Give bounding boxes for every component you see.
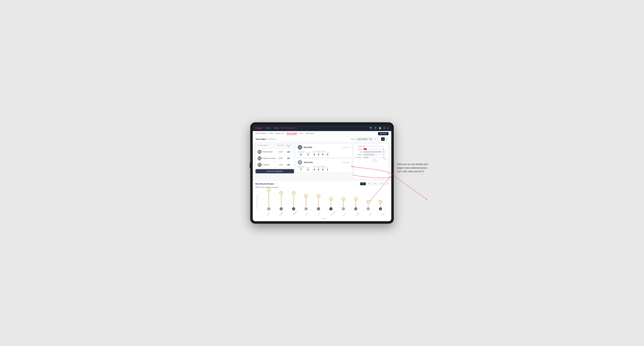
subnav-hcaps[interactable]: Hcaps 1-5 xyxy=(276,133,284,135)
streak-bubble: 3x xyxy=(379,200,382,204)
nav-teams[interactable]: Teams xyxy=(273,127,279,129)
search-icon[interactable]: 🔍 xyxy=(370,127,372,129)
settings-icon[interactable]: ⚙ xyxy=(383,127,385,129)
app-filter-button[interactable]: APP xyxy=(366,182,372,185)
add-team-button[interactable]: Add Team xyxy=(378,132,388,135)
nav-my-performance[interactable]: My Performance xyxy=(282,127,296,129)
card-view-button[interactable]: ◫ xyxy=(381,137,385,141)
streak-player-avatar: EC xyxy=(329,207,332,210)
bar-chart: Eagles 3 Birdies xyxy=(356,145,386,158)
bar-fill xyxy=(364,145,364,147)
rounds-label: Total Rounds xyxy=(298,151,310,152)
grid-view-button[interactable]: ⊞ xyxy=(374,137,377,141)
subnav-pga[interactable]: PGA xyxy=(269,133,273,135)
streaks-title: Best Round Streaks xyxy=(256,183,274,185)
practice-value: 2 xyxy=(306,168,310,171)
main-content: Team Clippd | 14 Players ✏ Show Last 3 m… xyxy=(253,136,391,221)
content-grid: PLAYER NAME PB SCORE PB AVG SQ RB 1 R xyxy=(253,142,391,180)
bar-container xyxy=(364,151,381,153)
sub-nav: PGAT Players PGA Hcaps 1-5 Team Clippd T… xyxy=(253,131,391,136)
tablet-screen: clippd Home Teams My Performance 🔍 👤 🔔 ⚙… xyxy=(253,125,391,221)
streak-bubble: 6x xyxy=(292,191,296,195)
player-card-josh-coles: JC Josh Coles 26 Aug 2023 Total Rounds T… xyxy=(296,159,352,173)
arg-filter-button[interactable]: ARG xyxy=(372,182,378,185)
player-name: Rees Britt xyxy=(304,147,312,148)
bar-chart-panel: Eagles 3 Birdies xyxy=(354,144,388,179)
subnav-tour[interactable]: Tour xyxy=(300,133,303,135)
practice-value: 4 xyxy=(306,153,310,156)
player-pb-score: 17/20 xyxy=(276,164,285,166)
bar-fill xyxy=(364,157,368,158)
time-filter-select[interactable]: Last 3 months Last 6 months Last 12 mont… xyxy=(356,138,372,141)
player-pb-score: 18/20 xyxy=(276,158,285,159)
list-view-button[interactable]: ≡ xyxy=(377,137,381,141)
avatar: CM 3 xyxy=(258,163,262,167)
y-axis-label: Best Streak, Fairway Accuracy xyxy=(256,195,257,209)
y-tick-3: 3 xyxy=(258,201,261,202)
bar-row-bogeys: Bogeys 311 xyxy=(356,154,386,156)
detail-view-button[interactable]: ☰ xyxy=(385,137,388,141)
player-name: Edward Crossman xyxy=(263,158,276,159)
avatar: EC 2 xyxy=(258,156,262,161)
card-stats: Total Rounds Tournament 8 Practice xyxy=(298,151,350,156)
streak-bubble: 4x xyxy=(342,197,345,201)
bar-fill xyxy=(364,151,381,153)
rounds-row: Tournament 7 Practice 2 xyxy=(298,167,310,171)
tablet-frame: clippd Home Teams My Performance 🔍 👤 🔔 ⚙… xyxy=(250,122,394,224)
avatar-icon[interactable]: ● xyxy=(387,127,388,129)
bar-label: Pars xyxy=(356,151,362,153)
chart-area: 7x EE 6x xyxy=(261,190,388,211)
bar-label: D. Bogeys + xyxy=(356,157,362,158)
subnav-pgat[interactable]: PGAT Players xyxy=(256,133,266,135)
streak-line xyxy=(268,190,269,206)
edit-icon[interactable]: ✏ xyxy=(276,138,278,140)
tournament-stat: Tournament 7 xyxy=(298,167,304,171)
chart-subtitle: Off The Tee, Fairway Accuracy xyxy=(256,186,388,188)
card-date: 02 Sep 2023 xyxy=(342,147,350,148)
chart-x-axis: 0 200 400 xyxy=(356,159,386,160)
card-stats: Total Rounds Tournament 7 Practice xyxy=(298,166,350,171)
bar-row-dbogeys: D. Bogeys + 131 xyxy=(356,157,386,158)
ott-filter-button[interactable]: OTT xyxy=(360,182,366,185)
bar-value: 311 xyxy=(382,154,386,156)
app-value: 0 xyxy=(317,153,320,156)
bar-chart-card: Eagles 3 Birdies xyxy=(354,144,388,179)
streak-col-billingham: 6x DB xyxy=(292,192,295,210)
y-tick-0: 0 xyxy=(258,209,261,211)
streak-bubble: 6x xyxy=(280,191,283,195)
view-full-leaderboard-button[interactable]: View Full Leaderboard xyxy=(256,169,294,173)
x-axis-label: Players xyxy=(256,218,388,219)
player-pb-avg: 103 xyxy=(285,164,292,166)
col-pb-avg: PB AVG SQ xyxy=(285,145,292,148)
bell-icon[interactable]: 🔔 xyxy=(379,127,382,129)
y-tick-7: 7 xyxy=(258,190,261,191)
putt-filter-button[interactable]: PUTT xyxy=(379,182,385,185)
player-pb-score: 19/20 xyxy=(276,151,285,153)
user-icon[interactable]: 👤 xyxy=(374,127,377,129)
table-row: RB 1 Richard Butler 19/20 110 xyxy=(256,149,294,155)
chart-x-title: Total Shots xyxy=(356,161,386,162)
subnav-all-players[interactable]: All Players xyxy=(306,133,314,135)
col-pb-score: PB SCORE xyxy=(276,145,285,148)
ott-stat: OTT 0 xyxy=(313,152,316,156)
y-axis-container: Best Streak, Fairway Accuracy xyxy=(256,190,258,214)
nav-home[interactable]: Home xyxy=(266,127,271,129)
bar-fill xyxy=(364,148,367,150)
tournament-stat: Tournament 8 xyxy=(298,152,304,156)
streak-col-mcherg: 6x BM xyxy=(280,192,283,210)
streak-bubble: 5x xyxy=(317,194,320,198)
arg-stat: ARG 0 xyxy=(322,167,324,171)
practice-label: Practice xyxy=(306,152,310,153)
axis-label-0: 0 xyxy=(364,159,364,160)
streak-player-avatar: CQ xyxy=(379,207,382,210)
activities-row: OTT 0 APP 0 ARG xyxy=(313,167,329,171)
logo: clippd xyxy=(256,127,262,129)
subnav-team-clippd[interactable]: Team Clippd xyxy=(286,132,297,135)
putt-value: 0 xyxy=(326,153,329,156)
streaks-chart: Best Streak, Fairway Accuracy 7 6 5 4 3 … xyxy=(256,190,388,214)
streak-col-ford: 4x BF xyxy=(342,198,345,210)
streaks-section: Best Round Streaks ← OTT APP ARG PUTT ↗ … xyxy=(253,180,391,221)
streak-player-avatar: JC xyxy=(304,207,308,210)
bar-container xyxy=(364,157,381,158)
leaderboard-panel: PLAYER NAME PB SCORE PB AVG SQ RB 1 R xyxy=(256,144,294,179)
